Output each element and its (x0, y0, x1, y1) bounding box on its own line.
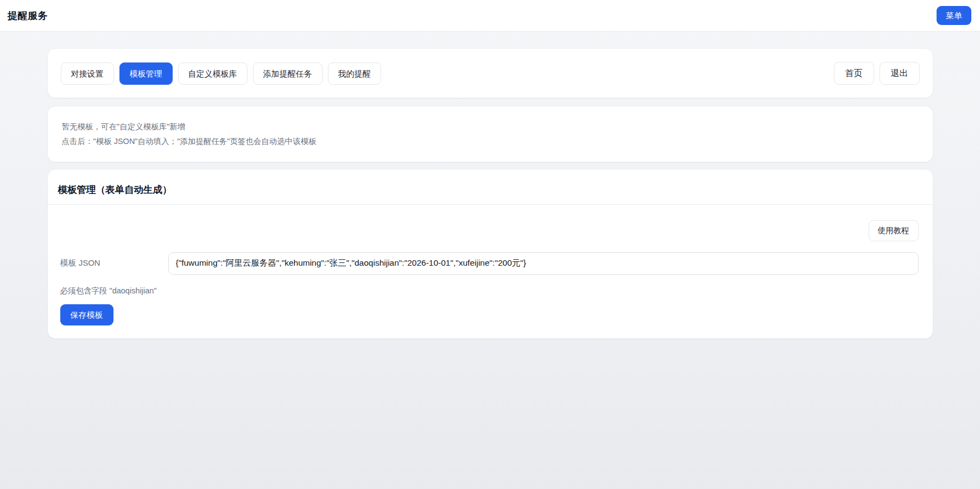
required-field-helper-text: 必须包含字段 "daoqishijian" (60, 286, 919, 296)
tab-add-reminder-task[interactable]: 添加提醒任务 (253, 62, 323, 85)
nav-right-group: 首页 退出 (834, 62, 920, 85)
save-template-button[interactable]: 保存模板 (60, 304, 113, 325)
tab-group: 对接设置 模板管理 自定义模板库 添加提醒任务 我的提醒 (61, 62, 381, 85)
app-title: 提醒服务 (8, 9, 48, 22)
tab-template-management[interactable]: 模板管理 (119, 62, 173, 85)
notice-line-empty-template: 暂无模板，可在"自定义模板库"新增 (62, 120, 919, 134)
menu-button[interactable]: 菜单 (937, 6, 971, 25)
tab-connection-settings[interactable]: 对接设置 (61, 62, 114, 85)
template-json-label: 模板 JSON (60, 258, 168, 268)
tab-custom-template-library[interactable]: 自定义模板库 (178, 62, 248, 85)
toolbar-row: 使用教程 (60, 220, 919, 241)
section-header: 模板管理（表单自动生成） (48, 170, 933, 204)
template-json-input[interactable] (168, 252, 919, 275)
section-body: 使用教程 模板 JSON 必须包含字段 "daoqishijian" 保存模板 (48, 205, 933, 325)
notice-line-click-hint: 点击后："模板 JSON"自动填入；"添加提醒任务"页签也会自动选中该模板 (62, 134, 919, 149)
tutorial-button[interactable]: 使用教程 (869, 220, 919, 241)
notice-card: 暂无模板，可在"自定义模板库"新增 点击后："模板 JSON"自动填入；"添加提… (48, 106, 933, 162)
tab-my-reminders[interactable]: 我的提醒 (328, 62, 381, 85)
page-content: 对接设置 模板管理 自定义模板库 添加提醒任务 我的提醒 首页 退出 暂无模板，… (48, 32, 933, 338)
section-title: 模板管理（表单自动生成） (58, 183, 922, 196)
template-management-card: 模板管理（表单自动生成） 使用教程 模板 JSON 必须包含字段 "daoqis… (48, 170, 933, 338)
home-button[interactable]: 首页 (834, 62, 874, 85)
logout-button[interactable]: 退出 (880, 62, 920, 85)
app-header: 提醒服务 菜单 (0, 0, 980, 32)
nav-card: 对接设置 模板管理 自定义模板库 添加提醒任务 我的提醒 首页 退出 (48, 49, 933, 98)
template-json-form-row: 模板 JSON (60, 252, 919, 275)
